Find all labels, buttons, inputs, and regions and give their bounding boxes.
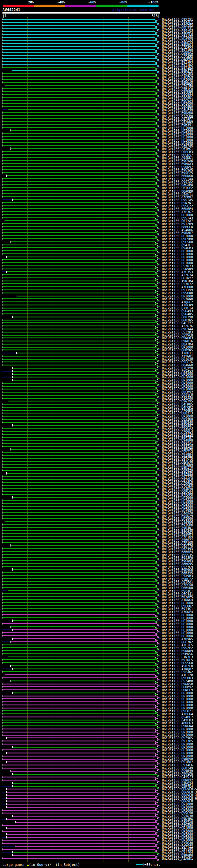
hit-bar[interactable]	[2, 247, 155, 248]
hit-bar[interactable]	[2, 136, 157, 137]
hit-bar[interactable]	[12, 368, 155, 369]
hit-bar[interactable]	[2, 650, 155, 651]
hit-bar[interactable]	[2, 503, 157, 504]
hit-bar[interactable]	[2, 512, 155, 513]
hit-bar[interactable]	[2, 97, 155, 98]
hit-bar[interactable]	[2, 172, 157, 173]
hit-bar[interactable]	[2, 768, 157, 769]
hit-bar[interactable]	[2, 542, 155, 543]
hit-bar[interactable]	[2, 40, 157, 41]
hit-bar[interactable]	[2, 566, 155, 567]
hit-bar[interactable]	[2, 292, 157, 293]
hit-bar[interactable]	[2, 73, 155, 74]
hit-row[interactable]: UniRef100_A3AWK1	[0, 857, 197, 860]
hit-bar[interactable]	[2, 584, 155, 585]
hit-bar[interactable]	[2, 398, 155, 399]
hit-bar[interactable]	[2, 250, 157, 251]
hit-bar[interactable]	[11, 449, 157, 450]
hit-bar[interactable]	[2, 659, 157, 660]
hit-bar[interactable]	[7, 819, 155, 820]
hit-bar[interactable]	[2, 280, 157, 281]
hit-bar[interactable]	[2, 840, 157, 841]
hit-bar[interactable]	[12, 380, 155, 380]
hit-bar[interactable]	[2, 575, 157, 576]
hit-bar[interactable]	[2, 440, 155, 441]
hit-bar[interactable]	[11, 626, 155, 627]
hit-bar[interactable]	[2, 725, 157, 726]
hit-bar[interactable]	[2, 52, 157, 53]
hit-bar[interactable]	[2, 452, 155, 453]
hit-bar[interactable]	[2, 434, 155, 435]
hit-bar[interactable]	[2, 557, 157, 558]
hit-bar[interactable]	[2, 645, 155, 645]
hit-bar[interactable]	[13, 620, 155, 621]
hit-bar[interactable]	[2, 308, 155, 309]
hit-bar[interactable]	[2, 94, 157, 95]
hit-bar[interactable]	[7, 834, 157, 835]
hit-bar[interactable]	[8, 109, 155, 110]
hit-bar[interactable]	[2, 88, 157, 89]
hit-bar[interactable]	[2, 217, 155, 218]
hit-bar[interactable]	[2, 780, 157, 780]
hit-bar[interactable]	[2, 749, 157, 750]
hit-bar[interactable]	[2, 671, 157, 672]
hit-bar[interactable]	[2, 716, 155, 717]
hit-bar[interactable]	[2, 305, 157, 305]
hit-bar[interactable]	[2, 362, 155, 363]
hit-bar[interactable]	[2, 461, 157, 462]
hit-bar[interactable]	[7, 788, 155, 789]
hit-bar[interactable]	[2, 269, 157, 270]
hit-bar[interactable]	[2, 698, 155, 699]
hit-bar[interactable]	[11, 545, 157, 546]
hit-bar[interactable]	[2, 106, 157, 107]
hit-bar[interactable]	[7, 828, 157, 829]
hit-bar[interactable]	[2, 22, 157, 23]
hit-bar[interactable]	[2, 608, 155, 609]
hit-bar[interactable]	[2, 623, 157, 624]
hit-bar[interactable]	[2, 187, 155, 188]
hit-bar[interactable]	[2, 79, 155, 80]
hit-bar[interactable]	[2, 560, 155, 561]
hit-bar[interactable]	[2, 103, 155, 104]
hit-bar[interactable]	[2, 302, 155, 302]
hit-bar[interactable]	[2, 160, 157, 161]
hit-bar[interactable]	[2, 710, 155, 711]
hit-bar[interactable]	[2, 614, 155, 615]
hit-bar[interactable]	[2, 677, 157, 678]
hit-bar[interactable]	[2, 617, 157, 618]
hit-bar[interactable]	[11, 641, 157, 642]
hit-bar[interactable]	[2, 485, 157, 486]
hit-bar[interactable]	[2, 67, 155, 68]
hit-bar[interactable]	[2, 653, 157, 654]
hit-bar[interactable]	[12, 374, 155, 375]
hit-bar[interactable]	[2, 606, 157, 606]
hit-bar[interactable]	[2, 810, 157, 811]
hit-bar[interactable]	[2, 554, 155, 555]
hit-bar[interactable]	[2, 154, 157, 155]
hit-bar[interactable]	[16, 822, 157, 823]
hit-bar[interactable]	[2, 464, 155, 465]
hit-bar[interactable]	[2, 184, 157, 185]
hit-bar[interactable]	[15, 846, 157, 847]
hit-bar[interactable]	[2, 238, 157, 239]
hit-bar[interactable]	[2, 226, 157, 227]
hit-bar[interactable]	[2, 61, 155, 62]
hit-bar[interactable]	[2, 647, 157, 648]
hit-bar[interactable]	[2, 386, 155, 387]
hit-bar[interactable]	[2, 169, 155, 170]
hit-bar[interactable]	[2, 735, 155, 736]
hit-bar[interactable]	[2, 684, 157, 684]
hit-bar[interactable]	[8, 401, 157, 402]
hit-bar[interactable]	[2, 286, 157, 287]
hit-bar[interactable]	[7, 762, 157, 763]
hit-bar[interactable]	[17, 296, 155, 297]
hit-bar[interactable]	[2, 112, 157, 113]
hit-bar[interactable]	[2, 392, 155, 393]
hit-bar[interactable]	[2, 470, 155, 471]
hit-bar[interactable]	[7, 807, 155, 808]
hit-bar[interactable]	[2, 527, 157, 528]
hit-bar[interactable]	[2, 705, 155, 706]
hit-bar[interactable]	[2, 206, 155, 206]
hit-bar[interactable]	[2, 163, 155, 164]
hit-bar[interactable]	[2, 518, 155, 519]
